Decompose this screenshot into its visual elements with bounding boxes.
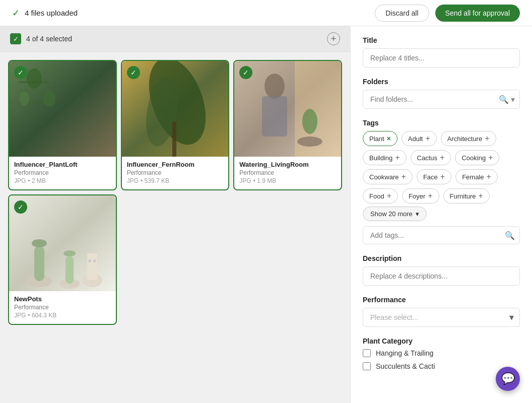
folders-icons: 🔍 ▾ [499,95,515,104]
svg-rect-22 [65,256,74,284]
tag-pill-food[interactable]: Food + [363,188,398,204]
svg-point-26 [88,259,91,262]
image-grid: ✓ Influencer_PlantLoft Performance JPG• … [0,52,350,333]
tag-pill-architecture[interactable]: Architecture + [441,131,496,146]
left-panel: ✓ 4 of 4 selected + [0,26,350,403]
tag-pill-female[interactable]: Female + [455,169,498,184]
description-input[interactable] [363,266,520,286]
selection-count-text: 4 of 4 selected [26,35,72,43]
svg-point-27 [93,259,96,262]
tag-name-female: Female [462,173,484,181]
image-card[interactable]: ✓ Influencer_PlantLoft Performance JPG• … [8,60,117,190]
checkbox-item-succulents: Succulents & Cacti [363,362,520,370]
right-panel: Title Folders 🔍 ▾ Tags Plant × [350,26,532,403]
card-type: Performance [239,169,336,176]
tag-name-furniture: Furniture [450,192,476,200]
folders-label: Folders [363,78,520,86]
card-meta: JPG• 1.9 MB [239,177,336,184]
tag-name-face: Face [423,173,438,181]
svg-rect-14 [262,96,287,137]
checkbox-hanging[interactable] [363,349,371,357]
svg-rect-25 [87,253,97,280]
tag-pill-building[interactable]: Building + [363,150,407,165]
card-type: Performance [127,169,224,176]
checkbox-item-hanging: Hanging & Trailing [363,349,520,357]
description-label: Description [363,254,520,262]
checkbox-succulents[interactable] [363,362,371,370]
tag-add-food[interactable]: + [387,191,391,200]
main-layout: ✓ 4 of 4 selected + [0,26,532,403]
tags-section: Tags Plant × Adult + Architecture + Buil… [363,119,520,244]
tags-search-icon: 🔍 [505,231,515,240]
card-name: Watering_LivingRoom [239,161,336,168]
add-button[interactable]: + [327,32,340,45]
title-label: Title [363,36,520,44]
folders-input-wrap: 🔍 ▾ [363,90,520,109]
folders-input[interactable] [363,90,520,109]
tag-pill-cookware[interactable]: Cookware + [363,169,413,184]
select-all-checkbox[interactable]: ✓ [10,33,21,44]
card-info: Influencer_FernRoom Performance JPG• 539… [122,157,229,189]
svg-rect-19 [34,246,44,281]
send-approval-button[interactable]: Send all for approval [435,5,520,22]
svg-point-23 [63,250,76,256]
tag-add-cookware[interactable]: + [402,172,406,181]
tag-pill-adult[interactable]: Adult + [402,131,437,146]
card-type: Performance [14,169,111,176]
folders-search-icon[interactable]: 🔍 [499,95,509,104]
performance-select[interactable]: Please select... [363,308,520,327]
chat-icon: 💬 [501,372,515,385]
tag-pill-furniture[interactable]: Furniture + [443,188,490,204]
tag-pill-cactus[interactable]: Cactus + [411,150,451,165]
checkbox-label-hanging: Hanging & Trailing [376,349,433,357]
image-card[interactable]: ✓ Watering_LivingRoom Performance JPG• 1… [233,60,342,190]
top-bar-actions: Discard all Send all for approval [375,5,520,22]
tag-pill-face[interactable]: Face + [417,169,451,184]
tag-name-architecture: Architecture [447,135,482,143]
tag-pill-cooking[interactable]: Cooking + [455,150,499,165]
tag-add-face[interactable]: + [440,172,445,181]
show-more-tags-button[interactable]: Show 20 more ▾ [363,207,427,221]
title-section: Title [363,36,520,68]
show-more-label: Show 20 more [370,210,413,218]
selection-bar-left: ✓ 4 of 4 selected [10,33,72,44]
folders-dropdown-icon[interactable]: ▾ [511,95,515,104]
card-meta: JPG• 2 MB [14,177,111,184]
tag-add-foyer[interactable]: + [428,191,432,200]
upload-status-area: ✓ 4 files uploaded [12,8,78,19]
tag-add-adult[interactable]: + [425,134,430,143]
add-tags-input[interactable] [363,226,520,244]
image-card[interactable]: ✓ Influencer_FernRoom Performance JPG• 5… [121,60,230,190]
card-name: NewPots [14,295,111,303]
chat-bubble-button[interactable]: 💬 [496,367,520,391]
tag-name-adult: Adult [408,135,423,143]
tag-add-architecture[interactable]: + [485,134,489,143]
tags-wrap: Plant × Adult + Architecture + Building … [363,131,520,204]
discard-all-button[interactable]: Discard all [375,5,429,22]
description-section: Description [363,254,520,286]
tag-pill-foyer[interactable]: Foyer + [402,188,439,204]
card-type: Performance [14,304,111,311]
tag-name-cactus: Cactus [417,154,437,162]
tag-add-female[interactable]: + [486,172,491,181]
card-name: Influencer_PlantLoft [14,161,111,168]
plant-category-label: Plant Category [363,337,520,345]
card-check-icon: ✓ [14,200,27,214]
performance-label: Performance [363,296,520,304]
tag-add-furniture[interactable]: + [479,191,483,200]
svg-point-16 [302,109,317,134]
tags-search-wrap: 🔍 [363,226,520,244]
upload-status-text: 4 files uploaded [25,9,78,17]
svg-point-13 [264,74,285,99]
upload-check-icon: ✓ [12,8,20,19]
tag-add-cactus[interactable]: + [440,153,444,162]
image-card[interactable]: ✓ NewPots Performance JPG• 604.3 KB [8,194,117,325]
tag-pill-plant[interactable]: Plant × [363,131,397,146]
tag-name-food: Food [369,192,384,200]
tag-name-cooking: Cooking [461,154,486,162]
tag-add-building[interactable]: + [395,153,400,162]
tag-remove-plant[interactable]: × [387,135,391,143]
title-input[interactable] [363,48,520,68]
card-meta: JPG• 604.3 KB [14,312,111,319]
tag-add-cooking[interactable]: + [488,153,493,162]
